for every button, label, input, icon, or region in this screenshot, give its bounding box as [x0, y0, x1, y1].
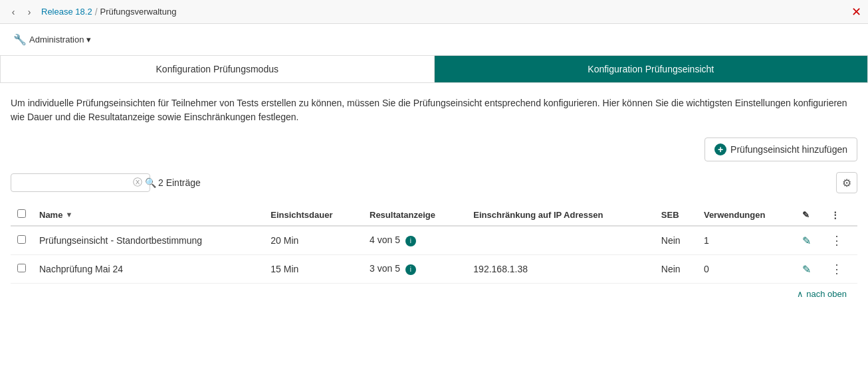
data-table: Name ▼ Einsichtsdauer Resultatanzeige Ei…: [11, 204, 857, 284]
nav-forward-arrow[interactable]: ›: [23, 5, 36, 19]
row1-name: Prüfungseinsicht - Standortbestimmung: [33, 226, 264, 255]
row2-einsichtsdauer: 15 Min: [264, 255, 363, 284]
clear-search-icon[interactable]: ⓧ: [133, 177, 142, 189]
search-input[interactable]: [17, 177, 133, 188]
search-box: ⓧ 🔍: [11, 173, 150, 192]
row1-einschraenkung: [467, 226, 655, 255]
row2-edit-cell: ✎: [796, 255, 824, 284]
row1-seb: Nein: [655, 226, 697, 255]
row1-verwendungen: 1: [697, 226, 796, 255]
admin-toolbar: 🔧 Administration ▾: [0, 24, 868, 56]
admin-dropdown-arrow: ▾: [86, 35, 91, 45]
row2-more-cell: ⋮: [824, 255, 857, 284]
row2-seb: Nein: [655, 255, 697, 284]
th-edit: ✎: [796, 204, 824, 226]
chevron-up-icon: ∧: [797, 289, 804, 299]
sort-icon[interactable]: ▼: [65, 211, 72, 219]
row2-edit-icon[interactable]: ✎: [802, 264, 811, 275]
row1-einsichtsdauer: 20 Min: [264, 226, 363, 255]
plus-circle-icon: +: [714, 143, 726, 155]
row1-more-cell: ⋮: [824, 226, 857, 255]
row1-edit-icon[interactable]: ✎: [802, 235, 811, 246]
th-checkbox: [11, 204, 33, 226]
search-icon[interactable]: 🔍: [145, 177, 156, 188]
back-to-top[interactable]: ∧ nach oben: [11, 284, 857, 304]
column-settings-button[interactable]: ⚙: [836, 172, 857, 193]
close-button[interactable]: ✕: [851, 6, 861, 18]
table-row: Nachprüfung Mai 24 15 Min 3 von 5 i 192.…: [11, 255, 857, 284]
back-to-top-label: nach oben: [806, 289, 847, 299]
breadcrumb-bar: ‹ › Release 18.2 / Prüfungsverwaltung ✕: [0, 0, 868, 24]
row1-edit-cell: ✎: [796, 226, 824, 255]
th-name: Name ▼: [33, 204, 264, 226]
row1-info-icon[interactable]: i: [405, 236, 416, 246]
th-verwendungen: Verwendungen: [697, 204, 796, 226]
row2-info-icon[interactable]: i: [405, 264, 416, 275]
row2-name: Nachprüfung Mai 24: [33, 255, 264, 284]
wrench-icon: 🔧: [13, 33, 27, 46]
table-row: Prüfungseinsicht - Standortbestimmung 20…: [11, 226, 857, 255]
add-button-row: + Prüfungseinsicht hinzufügen: [11, 138, 857, 161]
add-pruefungseinsicht-button[interactable]: + Prüfungseinsicht hinzufügen: [705, 138, 857, 161]
tab-konfiguration-pruefungseinsicht[interactable]: Konfiguration Prüfungseinsicht: [435, 56, 869, 82]
administration-button[interactable]: 🔧 Administration ▾: [8, 31, 96, 48]
row2-checkbox-cell: [11, 255, 33, 284]
search-row: ⓧ 🔍 2 Einträge ⚙: [11, 172, 857, 193]
description-text: Um individuelle Prüfungseinsichten für T…: [11, 96, 857, 124]
add-button-label: Prüfungseinsicht hinzufügen: [730, 144, 847, 155]
row2-einschraenkung: 192.168.1.38: [467, 255, 655, 284]
nav-back-arrow[interactable]: ‹: [7, 5, 20, 19]
row1-checkbox-cell: [11, 226, 33, 255]
row2-checkbox[interactable]: [17, 264, 26, 272]
admin-label: Administration: [29, 35, 84, 45]
row2-resultatanzeige: 3 von 5 i: [363, 255, 467, 284]
th-more: ⋮: [824, 204, 857, 226]
row2-resultat-value: 3 von 5: [370, 263, 400, 274]
nav-arrows: ‹ ›: [7, 5, 36, 19]
tab-bar: Konfiguration Prüfungsmodus Konfiguratio…: [0, 56, 868, 83]
th-name-label: Name: [39, 210, 62, 220]
breadcrumb-release[interactable]: Release 18.2: [41, 7, 92, 17]
tab-konfiguration-pruefungsmodus[interactable]: Konfiguration Prüfungsmodus: [0, 56, 435, 82]
th-einsichtsdauer: Einsichtsdauer: [264, 204, 363, 226]
breadcrumb-separator-1: /: [95, 7, 98, 17]
select-all-checkbox[interactable]: [17, 209, 26, 218]
row1-resultatanzeige: 4 von 5 i: [363, 226, 467, 255]
th-seb: SEB: [655, 204, 697, 226]
row2-more-icon[interactable]: ⋮: [831, 262, 843, 276]
th-resultatanzeige: Resultatanzeige: [363, 204, 467, 226]
entry-count: 2 Einträge: [158, 177, 201, 188]
main-content: Um individuelle Prüfungseinsichten für T…: [0, 83, 868, 318]
row1-checkbox[interactable]: [17, 235, 26, 244]
row1-resultat-value: 4 von 5: [370, 234, 400, 245]
row1-more-icon[interactable]: ⋮: [831, 234, 843, 247]
row2-verwendungen: 0: [697, 255, 796, 284]
breadcrumb-current: Prüfungsverwaltung: [100, 7, 177, 17]
th-einschraenkung: Einschränkung auf IP Adressen: [467, 204, 655, 226]
